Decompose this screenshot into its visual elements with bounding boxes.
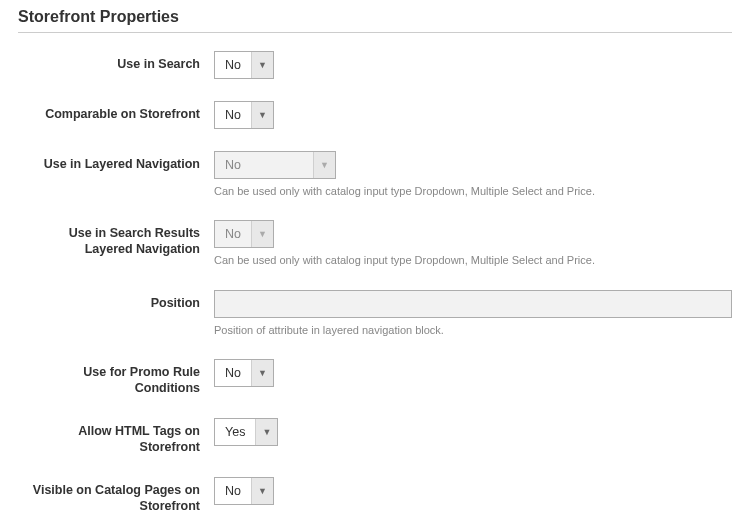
chevron-down-icon: ▼ — [251, 221, 273, 247]
label-search-layered-nav: Use in Search Results Layered Navigation — [18, 220, 214, 257]
chevron-down-icon: ▼ — [251, 52, 273, 78]
section-title: Storefront Properties — [18, 8, 732, 33]
field-position: Position Position of attribute in layere… — [18, 290, 732, 337]
select-search-layered-nav: No ▼ — [214, 220, 274, 248]
field-layered-nav: Use in Layered Navigation No ▼ Can be us… — [18, 151, 732, 198]
label-layered-nav: Use in Layered Navigation — [18, 151, 214, 173]
chevron-down-icon: ▼ — [251, 360, 273, 386]
select-visible-catalog[interactable]: No ▼ — [214, 477, 274, 505]
select-comparable[interactable]: No ▼ — [214, 101, 274, 129]
select-use-in-search[interactable]: No ▼ — [214, 51, 274, 79]
select-promo-rule[interactable]: No ▼ — [214, 359, 274, 387]
field-comparable: Comparable on Storefront No ▼ — [18, 101, 732, 129]
label-position: Position — [18, 290, 214, 312]
label-visible-catalog: Visible on Catalog Pages on Storefront — [18, 477, 214, 514]
label-allow-html: Allow HTML Tags on Storefront — [18, 418, 214, 455]
label-use-in-search: Use in Search — [18, 51, 214, 73]
field-promo-rule: Use for Promo Rule Conditions No ▼ — [18, 359, 732, 396]
chevron-down-icon: ▼ — [255, 419, 277, 445]
select-allow-html[interactable]: Yes ▼ — [214, 418, 278, 446]
help-layered-nav: Can be used only with catalog input type… — [214, 184, 732, 198]
select-layered-nav: No ▼ — [214, 151, 336, 179]
chevron-down-icon: ▼ — [251, 478, 273, 504]
input-position — [214, 290, 732, 318]
chevron-down-icon: ▼ — [313, 152, 335, 178]
label-comparable: Comparable on Storefront — [18, 101, 214, 123]
help-position: Position of attribute in layered navigat… — [214, 323, 732, 337]
help-search-layered-nav: Can be used only with catalog input type… — [214, 253, 732, 267]
select-value: No — [215, 102, 251, 128]
label-promo-rule: Use for Promo Rule Conditions — [18, 359, 214, 396]
field-search-layered-nav: Use in Search Results Layered Navigation… — [18, 220, 732, 267]
chevron-down-icon: ▼ — [251, 102, 273, 128]
field-use-in-search: Use in Search No ▼ — [18, 51, 732, 79]
field-allow-html: Allow HTML Tags on Storefront Yes ▼ — [18, 418, 732, 455]
select-value: No — [215, 152, 313, 178]
select-value: No — [215, 360, 251, 386]
field-visible-catalog: Visible on Catalog Pages on Storefront N… — [18, 477, 732, 514]
select-value: No — [215, 52, 251, 78]
select-value: No — [215, 221, 251, 247]
select-value: No — [215, 478, 251, 504]
select-value: Yes — [215, 419, 255, 445]
